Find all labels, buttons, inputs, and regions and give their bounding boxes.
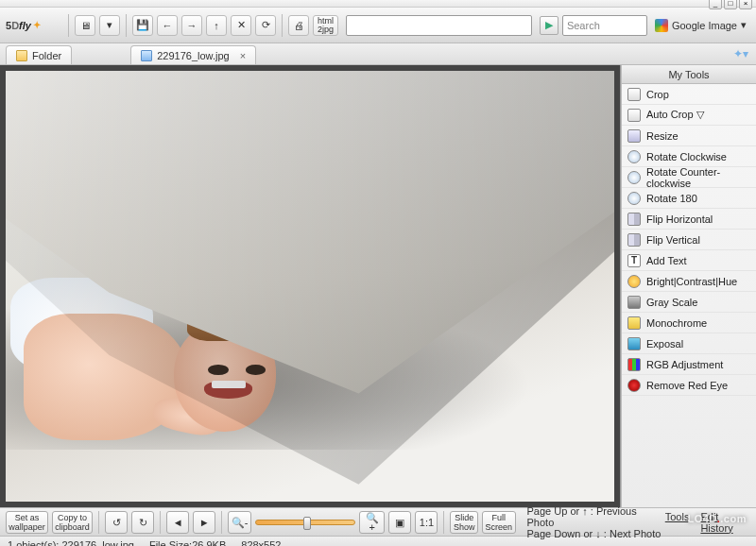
tool-rotate-counter-clockwise[interactable]: Rotate Counter-clockwise <box>622 167 756 188</box>
zoom-out-icon: 🔍- <box>232 518 249 527</box>
save-icon: 💾 <box>136 19 149 31</box>
up-button[interactable]: ↑ <box>206 15 227 36</box>
zoom-out-button[interactable]: 🔍- <box>228 511 251 534</box>
tools-link[interactable]: Tools <box>665 511 690 534</box>
tool-label: Rotate 180 <box>646 193 697 204</box>
gray-icon <box>627 296 641 309</box>
tool-flip-vertical[interactable]: Flip Vertical <box>622 230 756 250</box>
print-icon: 🖨 <box>294 20 304 31</box>
bright-icon <box>627 275 641 288</box>
rotate-icon <box>627 150 641 163</box>
tool-label: Flip Horizontal <box>646 213 713 225</box>
rotate-ccw-icon: ↺ <box>112 518 121 527</box>
main-toolbar: 5Dfly✦ 🖥 ▾ 💾 ← → ↑ ✕ ⟳ 🖨 html 2jpg ▶ Sea… <box>0 8 756 43</box>
crop-icon <box>627 109 641 122</box>
slideshow-button[interactable]: Slide Show <box>450 511 478 534</box>
rgb-icon <box>627 358 641 371</box>
url-input[interactable] <box>346 15 532 36</box>
separator <box>282 14 283 37</box>
set-wallpaper-button[interactable]: Set as wallpaper <box>6 511 48 534</box>
tool-add-text[interactable]: TAdd Text <box>622 250 756 271</box>
fit-button[interactable]: ▣ <box>388 511 411 534</box>
next-button[interactable]: ► <box>193 511 215 534</box>
actual-size-button[interactable]: 1:1 <box>415 511 438 534</box>
rotate-cw-icon: ↻ <box>139 518 147 527</box>
tool-gray-scale[interactable]: Gray Scale <box>622 292 756 313</box>
tab-folder[interactable]: Folder <box>6 45 72 64</box>
resize-icon <box>627 129 641 143</box>
titlebar: _ □ × <box>0 0 756 8</box>
copy-clipboard-button[interactable]: Copy to clipboard <box>52 511 93 534</box>
tool-label: Flip Vertical <box>646 234 700 246</box>
tool-crop[interactable]: Crop <box>622 84 756 105</box>
rotate-icon <box>627 171 641 184</box>
tools-panel: My Tools CropAuto Crop ▽ResizeRotate Clo… <box>621 65 756 507</box>
search-input[interactable]: Search <box>562 15 647 36</box>
back-button[interactable]: ← <box>157 15 178 36</box>
dropdown-button[interactable]: ▾ <box>99 15 120 36</box>
tab-bar: Folder 229176_low.jpg × ✦▾ <box>0 43 756 65</box>
forward-button[interactable]: → <box>181 15 202 36</box>
tool-label: Resize <box>646 130 679 142</box>
rotate-ccw-button[interactable]: ↺ <box>105 511 128 534</box>
folder-icon <box>16 50 27 61</box>
tool-bright-contrast-hue[interactable]: Bright|Contrast|Hue <box>622 271 756 292</box>
slider-thumb[interactable] <box>303 517 311 530</box>
mono-icon <box>627 316 641 330</box>
rotate-icon <box>627 192 641 205</box>
tool-label: Crop <box>646 89 669 100</box>
rotate-cw-button[interactable]: ↻ <box>131 511 154 534</box>
tool-label: Remove Red Eye <box>646 380 728 391</box>
tool-exposal[interactable]: Exposal <box>622 333 756 354</box>
image-viewer[interactable] <box>0 65 621 507</box>
close-button[interactable]: × <box>739 0 752 9</box>
zoom-slider[interactable] <box>255 520 355 525</box>
tool-label: Rotate Clockwise <box>646 151 727 162</box>
refresh-icon: ⟳ <box>262 19 270 31</box>
maximize-button[interactable]: □ <box>724 0 737 9</box>
prev-button[interactable]: ◄ <box>166 511 189 534</box>
tool-remove-red-eye[interactable]: Remove Red Eye <box>622 375 756 396</box>
text-icon: T <box>627 254 641 267</box>
arrow-left-icon: ◄ <box>173 518 183 527</box>
image-icon <box>141 50 152 61</box>
fit-icon: ▣ <box>395 518 404 527</box>
chevron-down-icon: ▾ <box>741 19 747 31</box>
html2jpg-button[interactable]: html 2jpg <box>313 15 338 36</box>
go-button[interactable]: ▶ <box>540 16 558 35</box>
stop-button[interactable]: ✕ <box>231 15 251 36</box>
tool-label: Bright|Contrast|Hue <box>646 276 737 287</box>
arrow-right-icon: ► <box>199 518 210 527</box>
tool-flip-horizontal[interactable]: Flip Horizontal <box>622 209 756 230</box>
search-engine-selector[interactable]: Google Image ▾ <box>651 19 750 32</box>
minimize-button[interactable]: _ <box>709 0 722 9</box>
separator <box>160 511 161 534</box>
tool-rgb-adjustment[interactable]: RGB Adjustment <box>622 354 756 375</box>
save-button[interactable]: 💾 <box>132 15 153 36</box>
tab-close-button[interactable]: × <box>240 50 246 61</box>
monitor-button[interactable]: 🖥 <box>75 15 95 36</box>
separator <box>126 14 127 37</box>
window-controls: _ □ × <box>709 0 752 9</box>
tab-label: Folder <box>32 50 61 61</box>
fullscreen-button[interactable]: Full Screen <box>482 511 515 534</box>
separator <box>221 511 222 534</box>
panel-title: My Tools <box>622 65 756 84</box>
tool-rotate-180[interactable]: Rotate 180 <box>622 188 756 209</box>
separator <box>443 511 444 534</box>
refresh-button[interactable]: ⟳ <box>255 15 276 36</box>
tool-rotate-clockwise[interactable]: Rotate Clockwise <box>622 146 756 167</box>
sparkle-icon[interactable]: ✦▾ <box>733 47 748 60</box>
tool-auto-crop-[interactable]: Auto Crop ▽ <box>622 105 756 126</box>
engine-label: Google Image <box>672 20 737 31</box>
tool-monochrome[interactable]: Monochrome <box>622 313 756 333</box>
tab-image[interactable]: 229176_low.jpg × <box>130 45 256 64</box>
tool-label: Exposal <box>646 338 683 350</box>
zoom-in-icon: 🔍+ <box>363 513 382 532</box>
expo-icon <box>627 337 641 350</box>
arrow-left-icon: ← <box>163 20 173 31</box>
print-button[interactable]: 🖨 <box>288 15 309 36</box>
tool-resize[interactable]: Resize <box>622 126 756 146</box>
zoom-in-button[interactable]: 🔍+ <box>359 511 386 534</box>
arrow-up-icon: ↑ <box>214 20 219 31</box>
